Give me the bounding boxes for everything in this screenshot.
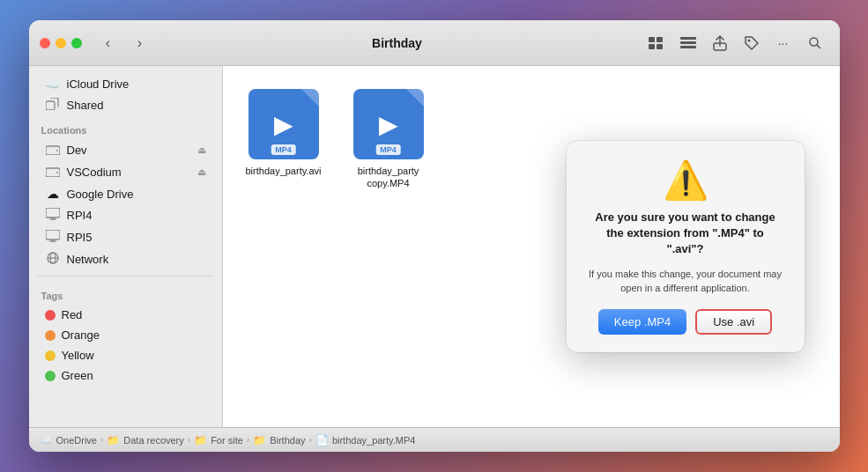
svg-rect-6 [680, 46, 696, 48]
folder-icon: 📁 [253, 434, 266, 446]
main-area: ☁️ iCloud Drive Shared Locations Dev ⏏ [29, 66, 840, 427]
shared-icon [45, 98, 61, 113]
tag-dot-orange [45, 330, 56, 341]
keep-mp4-button[interactable]: Keep .MP4 [598, 309, 686, 335]
dialog-overlay: ⚠️ Are you sure you want to change the e… [223, 66, 840, 427]
window-title: Birthday [168, 36, 627, 50]
view-toggle-button[interactable] [642, 31, 671, 55]
svg-rect-4 [680, 37, 696, 40]
breadcrumb-onedrive: OneDrive [56, 435, 97, 446]
svg-rect-1 [657, 37, 663, 42]
svg-rect-5 [680, 41, 696, 44]
traffic-lights [40, 38, 82, 48]
dialog-message: If you make this change, your document m… [588, 268, 783, 295]
sidebar-item-tag-yellow[interactable]: Yellow [33, 345, 219, 365]
folder-icon: 📁 [194, 434, 207, 446]
forward-button[interactable]: › [128, 31, 152, 55]
sidebar-item-rpi4[interactable]: RPI4 [33, 204, 219, 226]
minimize-button[interactable] [56, 38, 66, 48]
breadcrumb-data-recovery: Data recovery [123, 435, 183, 446]
svg-point-12 [56, 150, 58, 151]
folder-icon: 📁 [107, 434, 120, 446]
maximize-button[interactable] [71, 38, 82, 48]
breadcrumb-file: birthday_party.MP4 [332, 435, 416, 446]
sidebar-item-label: Dev [67, 144, 87, 157]
file-icon: 📄 [315, 434, 329, 446]
svg-point-14 [56, 172, 58, 173]
sidebar-item-label: iCloud Drive [67, 77, 130, 91]
finder-window: ‹ › Birthday ··· ☁️ [29, 20, 840, 452]
breadcrumb-for-site: For site [211, 435, 243, 446]
network-icon [45, 252, 61, 267]
sidebar: ☁️ iCloud Drive Shared Locations Dev ⏏ [29, 66, 223, 427]
tag-dot-green [45, 371, 56, 381]
sidebar-item-google-drive[interactable]: ☁ Google Drive [33, 183, 219, 204]
sidebar-item-shared[interactable]: Shared [33, 94, 219, 116]
sidebar-item-dev[interactable]: Dev ⏏ [33, 139, 219, 161]
sidebar-divider [38, 276, 213, 277]
svg-rect-10 [46, 101, 55, 110]
sidebar-item-label: Orange [62, 328, 100, 342]
sidebar-item-label: Google Drive [67, 188, 134, 201]
sidebar-item-icloud-drive[interactable]: ☁️ iCloud Drive [33, 73, 219, 94]
sidebar-item-vscodium[interactable]: VSCodium ⏏ [33, 161, 219, 183]
svg-rect-16 [46, 230, 60, 240]
file-area: ▶ MP4 birthday_party.avi ▶ MP4 birthday_… [223, 66, 840, 427]
warning-icon: ⚠️ [663, 162, 708, 199]
sidebar-item-tag-green[interactable]: Green [33, 365, 219, 386]
breadcrumb-sep: › [247, 435, 249, 445]
sidebar-item-label: Shared [67, 99, 104, 112]
sidebar-item-label: VSCodium [67, 166, 122, 179]
sidebar-item-label: RPI4 [67, 209, 93, 222]
svg-rect-15 [46, 208, 60, 218]
dialog-title: Are you sure you want to change the exte… [588, 210, 783, 258]
toolbar: ‹ › Birthday ··· [29, 20, 840, 66]
breadcrumb-birthday: Birthday [270, 435, 305, 446]
more-button[interactable]: ··· [769, 31, 798, 55]
svg-rect-0 [649, 37, 655, 42]
sidebar-item-label: Red [62, 308, 83, 321]
sidebar-item-rpi5[interactable]: RPI5 [33, 226, 219, 248]
tag-dot-yellow [45, 350, 56, 361]
monitor-icon [45, 208, 61, 223]
sidebar-item-tag-orange[interactable]: Orange [33, 325, 219, 345]
tags-section-label: Tags [29, 282, 222, 305]
share-button[interactable] [706, 31, 734, 55]
bottom-bar: ☁️ OneDrive › 📁 Data recovery › 📁 For si… [29, 427, 840, 452]
use-avi-button[interactable]: Use .avi [695, 309, 772, 335]
eject-icon[interactable]: ⏏ [197, 166, 206, 178]
sidebar-item-label: Yellow [62, 349, 94, 362]
locations-section-label: Locations [29, 116, 222, 139]
icloud-icon: ☁️ [45, 77, 61, 91]
sidebar-item-label: Green [62, 369, 93, 382]
list-view-button[interactable] [674, 31, 702, 55]
dialog-buttons: Keep .MP4 Use .avi [588, 309, 783, 335]
breadcrumb-sep: › [188, 435, 190, 445]
search-button[interactable] [801, 31, 829, 55]
eject-icon[interactable]: ⏏ [197, 144, 206, 156]
drive-icon [45, 165, 61, 180]
breadcrumb-sep: › [100, 435, 103, 445]
svg-rect-3 [657, 44, 663, 49]
cloud-icon: ☁ [45, 187, 61, 201]
sidebar-item-label: RPI5 [67, 231, 93, 244]
onedrive-icon: ☁️ [40, 434, 53, 446]
sidebar-item-tag-red[interactable]: Red [33, 305, 219, 325]
toolbar-right: ··· [642, 31, 829, 55]
svg-point-8 [747, 39, 750, 41]
breadcrumb-sep: › [309, 435, 312, 445]
sidebar-item-network[interactable]: Network [33, 248, 219, 270]
tag-button[interactable] [738, 31, 766, 55]
back-button[interactable]: ‹ [96, 31, 121, 55]
svg-rect-2 [649, 44, 655, 49]
close-button[interactable] [40, 38, 50, 48]
sidebar-item-label: Network [67, 253, 109, 266]
rename-dialog: ⚠️ Are you sure you want to change the e… [567, 141, 805, 352]
tag-dot-red [45, 310, 56, 321]
drive-icon [45, 143, 61, 158]
monitor-icon [45, 230, 61, 245]
